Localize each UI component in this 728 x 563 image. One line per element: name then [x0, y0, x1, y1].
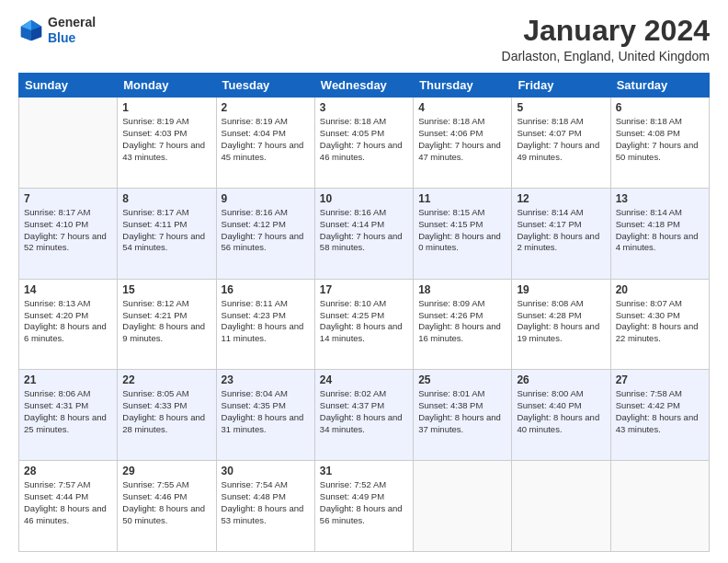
day-info: Sunrise: 8:04 AMSunset: 4:35 PMDaylight:…	[222, 388, 310, 435]
day-number: 1	[122, 101, 210, 114]
table-row: 22Sunrise: 8:05 AMSunset: 4:33 PMDayligh…	[118, 370, 216, 461]
table-row: 18Sunrise: 8:09 AMSunset: 4:26 PMDayligh…	[414, 279, 512, 370]
table-row: 2Sunrise: 8:19 AMSunset: 4:04 PMDaylight…	[216, 98, 314, 189]
table-row: 5Sunrise: 8:18 AMSunset: 4:07 PMDaylight…	[512, 98, 610, 189]
day-number: 21	[24, 373, 112, 386]
page: General Blue January 2024 Darlaston, Eng…	[0, 0, 728, 563]
day-number: 4	[418, 101, 506, 114]
day-number: 24	[320, 373, 408, 386]
table-row: 20Sunrise: 8:07 AMSunset: 4:30 PMDayligh…	[610, 279, 709, 370]
table-row: 9Sunrise: 8:16 AMSunset: 4:12 PMDaylight…	[216, 188, 314, 279]
day-number: 20	[616, 283, 704, 296]
logo-text: General Blue	[48, 15, 96, 46]
title-block: January 2024 Darlaston, England, United …	[502, 15, 710, 63]
table-row: 6Sunrise: 8:18 AMSunset: 4:08 PMDaylight…	[610, 98, 709, 189]
table-row: 10Sunrise: 8:16 AMSunset: 4:14 PMDayligh…	[314, 188, 413, 279]
day-info: Sunrise: 8:14 AMSunset: 4:17 PMDaylight:…	[517, 207, 605, 254]
day-info: Sunrise: 8:00 AMSunset: 4:40 PMDaylight:…	[517, 388, 605, 435]
day-info: Sunrise: 8:01 AMSunset: 4:38 PMDaylight:…	[418, 388, 506, 435]
header: General Blue January 2024 Darlaston, Eng…	[18, 15, 710, 63]
day-number: 22	[122, 373, 210, 386]
table-row	[610, 461, 709, 552]
col-saturday: Saturday	[610, 74, 709, 98]
day-info: Sunrise: 8:18 AMSunset: 4:07 PMDaylight:…	[517, 116, 605, 163]
day-number: 9	[222, 192, 310, 205]
table-row: 31Sunrise: 7:52 AMSunset: 4:49 PMDayligh…	[314, 461, 413, 552]
day-info: Sunrise: 8:17 AMSunset: 4:11 PMDaylight:…	[122, 207, 210, 254]
table-row: 7Sunrise: 8:17 AMSunset: 4:10 PMDaylight…	[19, 188, 118, 279]
day-number: 30	[222, 465, 310, 477]
table-row: 8Sunrise: 8:17 AMSunset: 4:11 PMDaylight…	[118, 188, 216, 279]
table-row: 3Sunrise: 8:18 AMSunset: 4:05 PMDaylight…	[314, 98, 413, 189]
table-row: 28Sunrise: 7:57 AMSunset: 4:44 PMDayligh…	[19, 461, 118, 552]
logo: General Blue	[18, 15, 96, 46]
day-info: Sunrise: 8:07 AMSunset: 4:30 PMDaylight:…	[616, 298, 704, 345]
day-number: 7	[24, 192, 112, 205]
col-wednesday: Wednesday	[314, 74, 413, 98]
day-info: Sunrise: 7:57 AMSunset: 4:44 PMDaylight:…	[24, 479, 112, 526]
day-info: Sunrise: 8:05 AMSunset: 4:33 PMDaylight:…	[122, 388, 210, 435]
day-info: Sunrise: 8:09 AMSunset: 4:26 PMDaylight:…	[418, 298, 506, 345]
day-info: Sunrise: 8:13 AMSunset: 4:20 PMDaylight:…	[24, 298, 112, 345]
day-info: Sunrise: 8:16 AMSunset: 4:14 PMDaylight:…	[320, 207, 408, 254]
day-info: Sunrise: 8:15 AMSunset: 4:15 PMDaylight:…	[418, 207, 506, 254]
day-number: 18	[418, 283, 506, 296]
day-number: 13	[616, 192, 704, 205]
day-number: 10	[320, 192, 408, 205]
table-row	[19, 98, 118, 189]
table-row: 15Sunrise: 8:12 AMSunset: 4:21 PMDayligh…	[118, 279, 216, 370]
table-row: 11Sunrise: 8:15 AMSunset: 4:15 PMDayligh…	[414, 188, 512, 279]
day-info: Sunrise: 8:10 AMSunset: 4:25 PMDaylight:…	[320, 298, 408, 345]
day-number: 5	[517, 101, 605, 114]
header-row: Sunday Monday Tuesday Wednesday Thursday…	[19, 74, 710, 98]
table-row	[414, 461, 512, 552]
table-row: 16Sunrise: 8:11 AMSunset: 4:23 PMDayligh…	[216, 279, 314, 370]
day-number: 31	[320, 465, 408, 477]
day-info: Sunrise: 8:18 AMSunset: 4:05 PMDaylight:…	[320, 116, 408, 163]
calendar-week-row: 14Sunrise: 8:13 AMSunset: 4:20 PMDayligh…	[19, 279, 710, 370]
table-row: 4Sunrise: 8:18 AMSunset: 4:06 PMDaylight…	[414, 98, 512, 189]
table-row: 13Sunrise: 8:14 AMSunset: 4:18 PMDayligh…	[610, 188, 709, 279]
day-info: Sunrise: 7:55 AMSunset: 4:46 PMDaylight:…	[122, 479, 210, 526]
table-row	[512, 461, 610, 552]
table-row: 30Sunrise: 7:54 AMSunset: 4:48 PMDayligh…	[216, 461, 314, 552]
logo-general: General	[48, 15, 96, 30]
day-info: Sunrise: 8:16 AMSunset: 4:12 PMDaylight:…	[222, 207, 310, 254]
col-tuesday: Tuesday	[216, 74, 314, 98]
table-row: 23Sunrise: 8:04 AMSunset: 4:35 PMDayligh…	[216, 370, 314, 461]
day-number: 25	[418, 373, 506, 386]
day-number: 6	[616, 101, 704, 114]
day-number: 14	[24, 283, 112, 296]
calendar-week-row: 28Sunrise: 7:57 AMSunset: 4:44 PMDayligh…	[19, 461, 710, 552]
table-row: 27Sunrise: 7:58 AMSunset: 4:42 PMDayligh…	[610, 370, 709, 461]
day-number: 26	[517, 373, 605, 386]
day-info: Sunrise: 8:14 AMSunset: 4:18 PMDaylight:…	[616, 207, 704, 254]
day-info: Sunrise: 7:54 AMSunset: 4:48 PMDaylight:…	[222, 479, 310, 526]
day-number: 16	[222, 283, 310, 296]
day-info: Sunrise: 8:17 AMSunset: 4:10 PMDaylight:…	[24, 207, 112, 254]
day-number: 19	[517, 283, 605, 296]
calendar-week-row: 7Sunrise: 8:17 AMSunset: 4:10 PMDaylight…	[19, 188, 710, 279]
table-row: 21Sunrise: 8:06 AMSunset: 4:31 PMDayligh…	[19, 370, 118, 461]
day-info: Sunrise: 8:19 AMSunset: 4:03 PMDaylight:…	[122, 116, 210, 163]
calendar-week-row: 21Sunrise: 8:06 AMSunset: 4:31 PMDayligh…	[19, 370, 710, 461]
table-row: 17Sunrise: 8:10 AMSunset: 4:25 PMDayligh…	[314, 279, 413, 370]
table-row: 29Sunrise: 7:55 AMSunset: 4:46 PMDayligh…	[118, 461, 216, 552]
day-number: 15	[122, 283, 210, 296]
day-number: 8	[122, 192, 210, 205]
col-sunday: Sunday	[19, 74, 118, 98]
day-info: Sunrise: 8:18 AMSunset: 4:08 PMDaylight:…	[616, 116, 704, 163]
day-info: Sunrise: 8:06 AMSunset: 4:31 PMDaylight:…	[24, 388, 112, 435]
day-info: Sunrise: 8:08 AMSunset: 4:28 PMDaylight:…	[517, 298, 605, 345]
location: Darlaston, England, United Kingdom	[502, 49, 710, 63]
day-info: Sunrise: 8:12 AMSunset: 4:21 PMDaylight:…	[122, 298, 210, 345]
day-number: 27	[616, 373, 704, 386]
month-title: January 2024	[502, 15, 710, 47]
day-info: Sunrise: 8:02 AMSunset: 4:37 PMDaylight:…	[320, 388, 408, 435]
col-monday: Monday	[118, 74, 216, 98]
day-info: Sunrise: 8:11 AMSunset: 4:23 PMDaylight:…	[222, 298, 310, 345]
col-thursday: Thursday	[414, 74, 512, 98]
day-info: Sunrise: 7:58 AMSunset: 4:42 PMDaylight:…	[616, 388, 704, 435]
calendar-table: Sunday Monday Tuesday Wednesday Thursday…	[18, 73, 710, 552]
logo-blue: Blue	[48, 30, 96, 46]
